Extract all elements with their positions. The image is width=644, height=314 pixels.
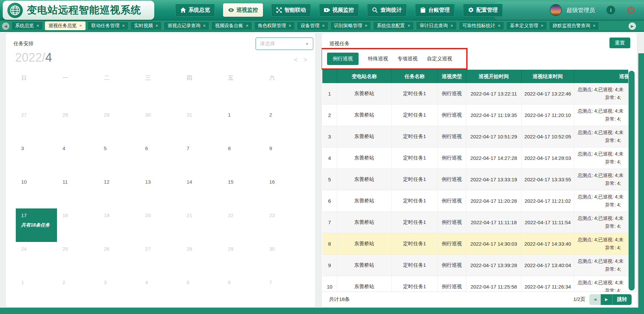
calendar-day[interactable]: 4	[57, 141, 98, 175]
prev-month-icon[interactable]: <	[294, 56, 298, 64]
scroll-tabs-right-icon[interactable]: ▶	[629, 22, 636, 30]
table-row[interactable]: 6东善桥站定时任务1例行巡视2022-04-17 11:20:282022-04…	[322, 190, 628, 212]
calendar-day[interactable]: 29	[222, 242, 264, 275]
tab[interactable]: 系统信息配置×	[373, 21, 414, 30]
calendar-day[interactable]: 19	[99, 208, 140, 242]
tab[interactable]: 巡视任务总览×	[45, 21, 86, 30]
close-icon[interactable]: ×	[593, 23, 596, 28]
tab[interactable]: 视频设备台账×	[211, 21, 252, 30]
calendar-day[interactable]: 2	[57, 275, 98, 307]
table-scrollbar[interactable]	[629, 71, 635, 291]
tab[interactable]: 基本定义管理×	[506, 21, 547, 30]
table-row[interactable]: 2东善桥站定时任务1例行巡视2022-04-17 11:19:352022-04…	[322, 105, 628, 126]
calendar-day[interactable]: 18	[57, 208, 98, 242]
close-icon[interactable]: ×	[37, 23, 39, 28]
jump-button[interactable]: 跳转	[612, 294, 632, 305]
close-icon[interactable]: ×	[203, 23, 206, 28]
calendar-day-selected[interactable]: 17共有18条任务	[16, 208, 57, 242]
table-row[interactable]: 1东善桥站定时任务1例行巡视2022-04-17 13:22:112022-04…	[322, 83, 628, 105]
table-row[interactable]: 7东善桥站定时任务1例行巡视2022-04-17 11:11:182022-04…	[322, 212, 628, 233]
tab[interactable]: 识别策略管理×	[330, 21, 371, 30]
tab[interactable]: 角色权限管理×	[254, 21, 295, 30]
calendar-day[interactable]: 29	[99, 108, 140, 141]
calendar-day[interactable]: 7	[264, 275, 305, 307]
close-icon[interactable]: ×	[156, 23, 158, 28]
close-icon[interactable]: ×	[79, 23, 82, 28]
calendar-day[interactable]: 27	[140, 242, 181, 275]
table-row[interactable]: 8东善桥站定时任务1例行巡视2022-04-17 14:30:032022-04…	[322, 233, 628, 255]
calendar-day[interactable]: 20	[140, 208, 181, 242]
calendar-day[interactable]: 2	[264, 108, 305, 141]
close-icon[interactable]: ×	[541, 23, 543, 28]
calendar-day[interactable]: 30	[264, 242, 305, 275]
calendar-day[interactable]: 25	[57, 242, 98, 275]
calendar-day[interactable]: 1	[222, 108, 264, 141]
tab[interactable]: 可靠性指标统计×	[459, 21, 504, 30]
calendar-day[interactable]: 24	[16, 242, 57, 275]
calendar-day[interactable]: 4	[140, 275, 181, 307]
calendar-day[interactable]: 11	[57, 175, 98, 208]
page-vertical-scrollbar[interactable]	[638, 53, 644, 314]
tab[interactable]: 巡视点记录查询×	[164, 21, 209, 30]
tab[interactable]: 系统总览×	[11, 21, 43, 30]
calendar-day[interactable]: 27	[16, 108, 57, 141]
calendar-day[interactable]: 12	[99, 175, 140, 208]
table-row[interactable]: 5东善桥站定时任务1例行巡视2022-04-17 13:33:192022-04…	[322, 169, 628, 190]
nav-button[interactable]: 智能联动	[271, 3, 311, 17]
calendar-day[interactable]: 10	[16, 175, 57, 208]
avatar[interactable]	[550, 4, 562, 16]
close-icon[interactable]: ×	[289, 23, 291, 28]
calendar-day[interactable]: 3	[16, 141, 57, 175]
prev-page-icon[interactable]: ◀	[589, 294, 601, 305]
filter-button[interactable]: 自定义巡视	[427, 56, 452, 62]
table-row[interactable]: 3东善桥站定时任务1例行巡视2022-04-17 10:51:292022-04…	[322, 126, 628, 147]
calendar-day[interactable]: 26	[99, 242, 140, 275]
nav-button[interactable]: 视频监控	[319, 3, 359, 17]
calendar-day[interactable]: 28	[181, 242, 222, 275]
calendar-day[interactable]: 3	[99, 275, 140, 307]
calendar-day[interactable]: 7	[181, 141, 222, 175]
calendar-day[interactable]: 31	[181, 108, 222, 141]
calendar-day[interactable]: 15	[222, 175, 264, 208]
nav-button[interactable]: 巡视监控	[223, 3, 263, 17]
tab[interactable]: 审计日志查询×	[416, 21, 457, 30]
table-row[interactable]: 4东善桥站定时任务1例行巡视2022-04-17 14:27:282022-04…	[322, 147, 628, 169]
next-page-icon[interactable]: ▶	[601, 294, 612, 305]
calendar-day[interactable]: 1	[16, 275, 57, 307]
next-month-icon[interactable]: >	[303, 56, 307, 64]
filter-button[interactable]: 专项巡视	[397, 56, 418, 62]
calendar-day[interactable]: 6	[222, 275, 264, 307]
reset-button[interactable]: 重置	[609, 38, 630, 48]
filter-button[interactable]: 例行巡视	[327, 53, 359, 65]
table-row[interactable]: 9东善桥站定时任务1例行巡视2022-04-17 13:39:282022-04…	[322, 255, 628, 276]
scroll-tabs-left-icon[interactable]: ◀	[2, 22, 9, 30]
calendar-day[interactable]: 16	[264, 175, 305, 208]
calendar-day[interactable]: 9	[264, 141, 305, 175]
calendar-day[interactable]: 5	[99, 141, 140, 175]
calendar-day[interactable]: 8	[222, 141, 264, 175]
info-icon[interactable]: i	[606, 6, 615, 14]
logout-power-icon[interactable]	[627, 6, 635, 14]
calendar-day[interactable]: 22	[222, 208, 264, 242]
nav-button[interactable]: 配置管理	[463, 3, 503, 17]
calendar-day[interactable]: 5	[181, 275, 222, 307]
close-icon[interactable]: ×	[322, 23, 325, 28]
calendar-day[interactable]: 13	[140, 175, 181, 208]
table-row[interactable]: 10东善桥站定时任务1例行巡视2022-04-17 11:25:582022-0…	[322, 276, 628, 293]
filter-button[interactable]: 特殊巡视	[368, 56, 388, 62]
nav-button[interactable]: 系统总览	[175, 3, 215, 17]
page-horizontal-scrollbar[interactable]	[0, 308, 644, 314]
calendar-day[interactable]: 30	[140, 108, 181, 141]
nav-button[interactable]: 台账管理	[415, 3, 455, 17]
close-icon[interactable]: ×	[450, 23, 453, 28]
close-icon[interactable]: ×	[122, 23, 125, 28]
close-icon[interactable]: ×	[408, 23, 410, 28]
close-icon[interactable]: ×	[498, 23, 501, 28]
tab[interactable]: 静默监视告警查询×	[549, 21, 599, 30]
tab[interactable]: 设备管理×	[297, 21, 328, 30]
calendar-day[interactable]: 28	[57, 108, 98, 141]
calendar-day[interactable]: 23	[264, 208, 305, 242]
close-icon[interactable]: ×	[246, 23, 249, 28]
calendar-day[interactable]: 6	[140, 141, 181, 175]
nav-button[interactable]: 查询统计	[367, 3, 407, 17]
